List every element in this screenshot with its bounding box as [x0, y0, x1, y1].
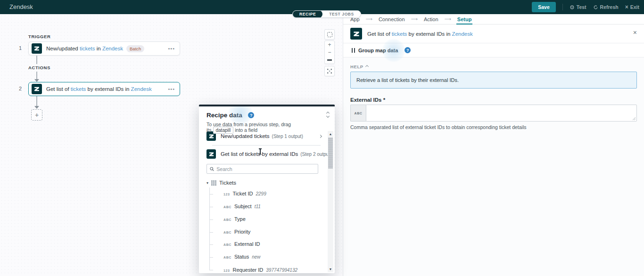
datapill-subject[interactable]: ABC Subject t11 — [223, 203, 261, 209]
zoom-in-button[interactable]: + — [325, 41, 334, 49]
datapill-type[interactable]: ABC Type — [223, 216, 246, 222]
tree-stub — [209, 219, 213, 220]
scrollbar-thumb[interactable] — [328, 138, 333, 169]
title-link-zendesk[interactable]: Zendesk — [452, 31, 473, 37]
external-ids-input[interactable] — [366, 105, 637, 122]
step-card-action[interactable]: Get list of tickets by external IDs in Z… — [28, 82, 180, 96]
step-link-tickets[interactable]: tickets — [80, 46, 95, 51]
external-ids-field: ABC — [350, 105, 637, 122]
batch-badge: Batch — [126, 45, 144, 52]
setup-breadcrumb: App ⟶ Connection ⟶ Action ⟶ Setup — [343, 14, 644, 24]
trigger-section-label: TRIGGER — [28, 34, 50, 39]
step-text-part: New/updated — [46, 46, 80, 51]
recipe-data-popup: Recipe data ? To use data from a previou… — [199, 105, 335, 273]
chevron-right-icon[interactable] — [319, 134, 322, 138]
field-hint: Comma separated list of external ticket … — [350, 124, 527, 130]
help-question-icon[interactable]: ? — [248, 112, 254, 118]
tree-stub — [209, 207, 213, 207]
popup-scrollbar[interactable]: ▲ ▼ — [328, 131, 333, 272]
recipe-data-header: Recipe data ? To use data from a previou… — [199, 106, 335, 136]
tab-recipe[interactable]: RECIPE — [293, 10, 322, 18]
zoom-out-button[interactable]: − — [325, 49, 334, 56]
group-map-data-button[interactable]: Group map data — [358, 48, 398, 53]
help-toggle[interactable]: HELP — [350, 64, 368, 69]
test-button[interactable]: Test — [570, 4, 586, 10]
datapill-requester-id[interactable]: 123 Requester ID 397747994132 — [223, 267, 297, 273]
datapill-priority[interactable]: ABC Priority — [223, 229, 250, 235]
crumb-action[interactable]: Action — [424, 16, 438, 22]
auto-arrange-icon — [327, 32, 332, 37]
datapill-ticket-id[interactable]: 123 Ticket ID 2299 — [223, 191, 266, 196]
step-link-zendesk[interactable]: Zendesk — [102, 46, 123, 51]
title-text-part: by external IDs in — [407, 31, 452, 37]
step-number: 2 — [15, 86, 22, 91]
tree-stub — [209, 194, 213, 195]
step-menu-icon[interactable]: ••• — [168, 46, 175, 51]
required-asterisk: * — [383, 97, 385, 103]
help-callout: Retrieve a list of tickets by their exte… — [350, 72, 637, 89]
help-question-icon[interactable]: ? — [405, 47, 411, 53]
add-step-button[interactable]: + — [31, 109, 42, 121]
step-menu-icon[interactable]: ••• — [168, 86, 175, 92]
datapill-status[interactable]: ABC Status new — [223, 254, 261, 260]
datapill-label: Requester ID — [232, 267, 263, 273]
text-type-icon: ABC — [223, 218, 231, 221]
datapill-label: Priority — [234, 229, 250, 235]
datapill-external-id[interactable]: ABC External ID — [223, 241, 260, 247]
number-type-icon: 123 — [223, 193, 230, 196]
refresh-button[interactable]: Refresh — [593, 4, 619, 10]
fullscreen-button[interactable] — [324, 66, 335, 76]
scroll-down-icon[interactable]: ▼ — [328, 268, 333, 271]
exit-label: Exit — [630, 4, 639, 10]
save-button[interactable]: Save — [532, 2, 556, 12]
app-title: Zendesk — [9, 0, 33, 14]
output-row-meta: (Step 2 output) — [300, 152, 331, 157]
exit-icon: × — [625, 4, 628, 10]
zoom-level-indicator[interactable] — [325, 56, 334, 64]
close-icon[interactable]: × — [633, 29, 637, 36]
datapill-sample-value: t11 — [255, 204, 261, 209]
step-text-part: by external IDs in — [86, 86, 131, 92]
text-cursor — [260, 148, 261, 154]
chevron-up-icon — [365, 65, 369, 68]
output-row-label: New/updated tickets — [221, 133, 270, 139]
group-map-data-bar: Group map data ? — [343, 43, 644, 57]
disclosure-triangle-icon[interactable]: ▾ — [206, 181, 208, 185]
subtitle-text: into a field — [235, 127, 257, 133]
datapill-sample-value: 2299 — [256, 191, 266, 196]
step-link-tickets[interactable]: tickets — [71, 86, 86, 92]
setup-form: HELP Retrieve a list of tickets by their… — [343, 57, 644, 276]
output-row-step2[interactable]: Get list of tickets by external IDs (Ste… — [206, 147, 322, 161]
zendesk-icon — [32, 43, 42, 54]
arrow-icon: ⟶ — [411, 16, 418, 22]
scroll-up-icon[interactable]: ▲ — [328, 132, 333, 136]
step-setup-panel: App ⟶ Connection ⟶ Action ⟶ Setup Get li… — [343, 14, 644, 276]
search-input[interactable] — [216, 166, 315, 172]
external-ids-label: External IDs * — [350, 97, 385, 103]
crumb-connection[interactable]: Connection — [379, 16, 405, 22]
step-card-trigger[interactable]: New/updated tickets in Zendesk Batch ••• — [28, 41, 180, 56]
actions-section-label: ACTIONS — [28, 65, 50, 70]
exit-button[interactable]: × Exit — [625, 4, 639, 10]
tree-connector-line — [209, 187, 210, 270]
step-link-zendesk[interactable]: Zendesk — [131, 86, 152, 92]
auto-arrange-button[interactable] — [324, 29, 335, 40]
tree-root-tickets[interactable]: ▾ Tickets — [206, 180, 236, 186]
tab-test-jobs[interactable]: TEST JOBS — [322, 11, 361, 17]
connector-line — [36, 72, 37, 80]
zoom-level-icon — [327, 59, 332, 61]
text-type-icon: ABC — [223, 205, 231, 209]
datapill-search[interactable] — [206, 164, 318, 174]
datapill-sample-value: 397747994132 — [266, 268, 297, 273]
refresh-icon — [593, 5, 598, 10]
collapse-panel-icon[interactable] — [327, 112, 329, 117]
crumb-setup[interactable]: Setup — [457, 16, 472, 22]
header-divider — [562, 4, 563, 10]
group-map-icon — [352, 48, 355, 53]
title-link-tickets[interactable]: tickets — [392, 31, 407, 37]
text-type-icon: ABC — [350, 105, 366, 122]
tree-root-label: Tickets — [219, 180, 236, 186]
refresh-label: Refresh — [600, 4, 619, 10]
row-divider — [212, 145, 321, 146]
tree-stub — [209, 232, 213, 233]
